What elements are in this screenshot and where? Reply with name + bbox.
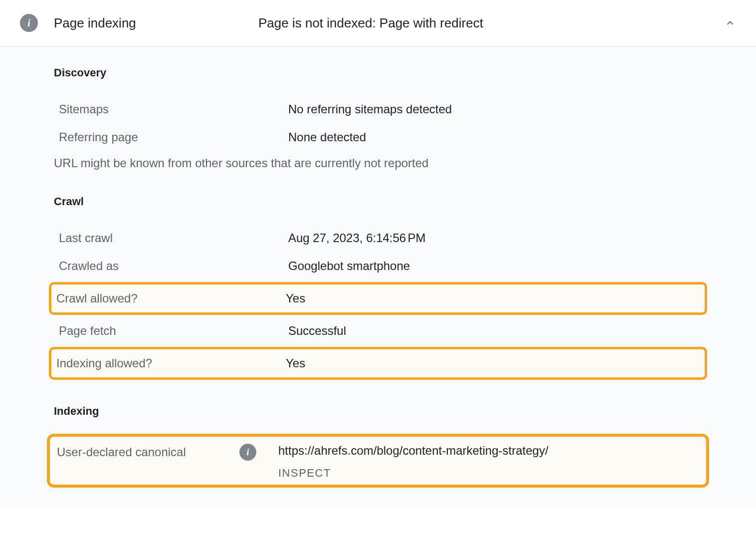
last-crawl-value: Aug 27, 2023, 6:14:56 PM [288,224,702,252]
indexing-allowed-value: Yes [286,349,705,377]
sitemaps-row: Sitemaps No referring sitemaps detected [54,95,702,123]
referring-page-value: None detected [288,123,702,151]
sitemaps-label: Sitemaps [54,95,288,123]
canonical-label: User-declared canonical [57,445,186,459]
header-value: Page is not indexed: Page with redirect [258,15,724,31]
chevron-up-icon[interactable] [724,17,736,29]
crawl-section: Crawl Last crawl Aug 27, 2023, 6:14:56 P… [54,195,702,380]
crawled-as-row: Crawled as Googlebot smartphone [54,252,702,280]
crawled-as-value: Googlebot smartphone [288,252,702,280]
referring-page-row: Referring page None detected [54,123,702,151]
crawl-allowed-label: Crawl allowed? [51,284,286,312]
discovery-section: Discovery Sitemaps No referring sitemaps… [54,66,702,170]
indexing-allowed-label: Indexing allowed? [51,349,286,377]
crawl-allowed-row: Crawl allowed? Yes [49,282,707,315]
last-crawl-row: Last crawl Aug 27, 2023, 6:14:56 PM [54,224,702,252]
header-label: Page indexing [54,15,258,31]
sitemaps-value: No referring sitemaps detected [288,95,702,123]
details-body: Discovery Sitemaps No referring sitemaps… [0,46,756,508]
page-indexing-header[interactable]: i Page indexing Page is not indexed: Pag… [0,0,756,46]
page-fetch-label: Page fetch [54,317,288,345]
page-fetch-row: Page fetch Successful [54,317,702,345]
referring-page-label: Referring page [54,123,288,151]
crawl-allowed-value: Yes [286,284,705,312]
indexing-title: Indexing [54,405,702,418]
page-fetch-value: Successful [288,317,702,345]
discovery-note: URL might be known from other sources th… [54,156,702,170]
info-icon: i [20,14,38,32]
discovery-title: Discovery [54,66,702,79]
indexing-allowed-row: Indexing allowed? Yes [49,347,707,380]
info-icon[interactable]: i [239,444,256,461]
crawled-as-label: Crawled as [54,252,288,280]
user-declared-canonical-row: User-declared canonical i https://ahrefs… [47,434,709,488]
crawl-title: Crawl [54,195,702,208]
indexing-section: Indexing User-declared canonical i https… [54,405,702,488]
inspect-link[interactable]: INSPECT [278,467,701,480]
canonical-url: https://ahrefs.com/blog/content-marketin… [278,444,701,458]
last-crawl-label: Last crawl [54,224,288,252]
